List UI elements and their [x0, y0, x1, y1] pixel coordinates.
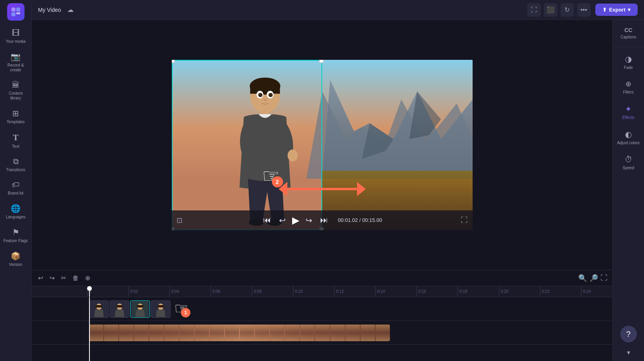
sidebar-item-version[interactable]: 📦 Version — [2, 248, 30, 270]
sidebar-item-languages[interactable]: 🌐 Languages — [2, 201, 30, 223]
ruler-mark-11: 0:22 — [540, 286, 581, 297]
avatar-clip-3[interactable] — [130, 300, 150, 318]
time-display: 00:01.02 / 00:15.00 — [338, 217, 382, 223]
main-area: My Video ☁ ⛶ ⬛ ↻ ••• ⬆ Export ▾ — [32, 0, 644, 361]
rotate-button[interactable]: ↻ — [560, 3, 574, 17]
export-chevron-icon: ▾ — [628, 7, 631, 13]
undo-button[interactable]: ↩ — [36, 273, 45, 283]
sidebar-item-content-library[interactable]: 🏛 Content library — [2, 77, 30, 104]
svg-rect-29 — [137, 305, 143, 308]
fade-icon: ◑ — [625, 54, 632, 64]
zoom-out-button[interactable]: 🔍 — [578, 274, 587, 283]
collapse-sidebar-button[interactable]: ▾ — [625, 347, 632, 358]
sidebar-item-fade[interactable]: ◑ Fade — [615, 50, 642, 74]
export-button[interactable]: ⬆ Export ▾ — [595, 4, 638, 16]
sidebar-item-your-media[interactable]: 🎞 Your media — [2, 25, 30, 47]
ruler-mark-2: 0:04 — [169, 286, 211, 297]
skip-to-start-button[interactable]: ⏮ — [262, 214, 273, 226]
sidebar-item-label-text: Text — [12, 144, 19, 149]
avatar-clip-4[interactable] — [151, 300, 171, 318]
sidebar-item-filters[interactable]: ⊕ Filters — [615, 76, 642, 99]
preview-container: 16:9 — [32, 20, 612, 270]
more-options-button[interactable]: ••• — [577, 3, 591, 17]
time-total: 00:15.00 — [362, 217, 382, 223]
sidebar-item-label-brand-kit: Brand kit — [8, 191, 23, 196]
video-frame: ☞ 2 — [172, 60, 473, 230]
save-status-icon: ☁ — [67, 6, 74, 13]
svg-rect-3 — [16, 12, 20, 14]
export-label: Export — [609, 7, 625, 13]
aspect-ratio-button[interactable]: ⬛ — [544, 3, 557, 17]
crop-button[interactable]: ⛶ — [527, 3, 541, 17]
ruler-mark-9: 0:18 — [458, 286, 499, 297]
redo-button[interactable]: ↪ — [48, 273, 56, 283]
zoom-in-button[interactable]: 🔎 — [589, 274, 598, 283]
feature-flags-icon: ⚑ — [12, 227, 19, 237]
editor-area: 16:9 — [32, 20, 612, 361]
sidebar-item-effects[interactable]: ✦ Effects — [615, 100, 642, 124]
cut-button[interactable]: ✂ — [59, 273, 68, 283]
avatar-clip-1[interactable] — [89, 300, 109, 318]
time-current: 00:01.02 — [338, 217, 358, 223]
content-library-icon: 🏛 — [12, 80, 20, 90]
avatar-clip-2[interactable] — [110, 300, 129, 318]
effects-label: Effects — [622, 115, 634, 120]
svg-rect-12 — [250, 85, 279, 94]
zoom-controls: 🔍 🔎 ⛶ — [578, 274, 608, 283]
speed-label: Speed — [623, 166, 634, 170]
project-title: My Video — [38, 7, 61, 13]
timeline-ruler: 0 0:02 0:04 0:06 0:08 0:10 0:12 0:14 0:1… — [32, 286, 612, 297]
arrow-right — [357, 182, 366, 196]
sidebar-item-label-languages: Languages — [6, 215, 26, 220]
sidebar-item-captions[interactable]: CC Captions — [615, 23, 642, 44]
content-area: 16:9 — [32, 20, 644, 361]
cursor-annotation-2: ☞ 2 — [262, 164, 280, 187]
background-track-content — [87, 323, 612, 343]
sidebar-item-feature-flags[interactable]: ⚑ Feature Flags — [2, 224, 30, 246]
sidebar-item-speed[interactable]: ⏱ Speed — [615, 151, 642, 174]
rewind-button[interactable]: ↩ — [277, 214, 287, 227]
svg-rect-26 — [116, 305, 123, 308]
zoom-fit-button[interactable]: ⛶ — [600, 274, 608, 282]
sidebar-item-text[interactable]: T Text — [2, 129, 30, 152]
ruler-mark-6: 0:12 — [334, 286, 375, 297]
preview-bottom-bar: ⊡ ⏮ ↩ ▶ ↪ ⏭ 00:01.02 / 00:15.00 — [172, 210, 473, 230]
svg-point-15 — [258, 93, 262, 97]
background-clip[interactable] — [89, 325, 390, 341]
fade-label: Fade — [624, 65, 633, 70]
sidebar-item-brand-kit[interactable]: 🏷 Brand kit — [2, 177, 30, 199]
timeline-cursor-annotation: ☞ 1 — [174, 299, 188, 317]
sidebar-item-label-transitions: Transitions — [6, 168, 25, 172]
video-preview[interactable]: ☞ 2 — [172, 60, 473, 230]
filters-label: Filters — [623, 90, 634, 95]
skip-to-end-button[interactable]: ⏭ — [319, 214, 330, 226]
fullscreen-icon[interactable]: ⛶ — [461, 216, 468, 224]
crop-icon: ⛶ — [531, 6, 537, 13]
right-sidebar: CC Captions ◑ Fade ⊕ Filters ✦ Effects ◐… — [612, 20, 644, 361]
sidebar-item-adjust-colors[interactable]: ◐ Adjust colors — [615, 126, 642, 149]
forward-button[interactable]: ↪ — [304, 214, 314, 227]
sidebar-item-label-record-create: Record & create — [4, 63, 28, 73]
arrow-annotation — [279, 182, 366, 196]
play-button[interactable]: ▶ — [292, 215, 299, 226]
preview-caption-icon[interactable]: ⊡ — [177, 216, 182, 225]
templates-icon: ⊞ — [12, 109, 19, 118]
sidebar-divider-1 — [613, 47, 644, 47]
delete-button[interactable]: 🗑 — [71, 273, 80, 283]
sidebar-item-transitions[interactable]: ⧉ Transitions — [2, 154, 30, 176]
brand-kit-icon: 🏷 — [12, 180, 20, 189]
ruler-mark-3: 0:06 — [211, 286, 252, 297]
rotate-icon: ↻ — [564, 6, 570, 13]
sidebar-item-record-create[interactable]: 📷 Record & create — [2, 49, 30, 76]
ruler-mark-0: 0 — [87, 286, 128, 297]
ruler-mark-12: 0:24 — [581, 286, 612, 297]
ruler-mark-10: 0:20 — [499, 286, 540, 297]
ruler-mark-7: 0:14 — [375, 286, 416, 297]
ruler-mark-5: 0:10 — [293, 286, 334, 297]
filters-icon: ⊕ — [625, 80, 631, 88]
help-button[interactable]: ? — [620, 326, 637, 342]
playhead[interactable] — [89, 286, 90, 297]
record-create-icon: 📷 — [11, 52, 21, 61]
sidebar-item-templates[interactable]: ⊞ Templates — [2, 105, 30, 128]
add-track-button[interactable]: ⊕ — [84, 273, 92, 283]
